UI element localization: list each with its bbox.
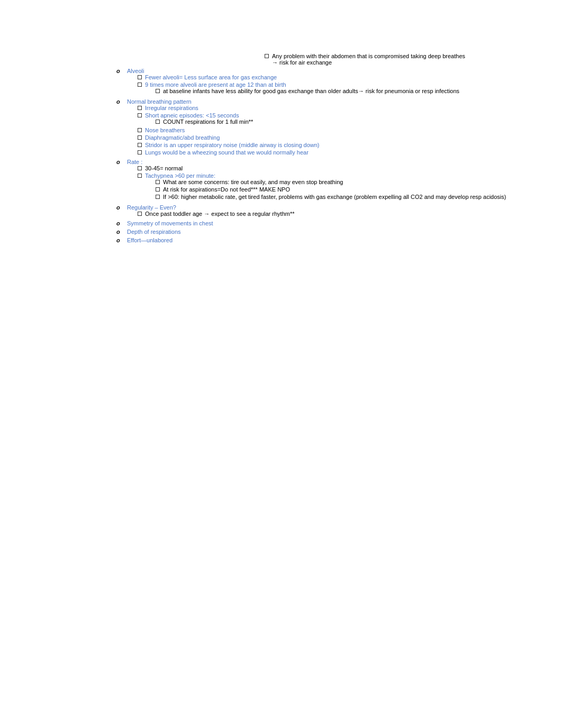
- rate-grandchild-1-text: What are some concerns: tire out easily,…: [163, 179, 530, 185]
- bullet-o: o: [116, 98, 127, 105]
- symmetry-label: Symmetry of movements in chest: [127, 220, 213, 226]
- list-item-effort: o Effort—unlabored: [116, 237, 530, 243]
- nb-child-1-text: Irregular respirations: [145, 105, 530, 111]
- bullet-icon: [138, 212, 142, 216]
- regularity-label: Regularity – Even?: [127, 204, 176, 211]
- nb-child-2-text: Short apneic episodes: <15 seconds: [145, 112, 239, 119]
- bullet-icon: [156, 180, 160, 184]
- alveoli-child-1: Fewer alveoli= Less surface area for gas…: [138, 74, 530, 80]
- list-item-rate: o Rate : 30-45= normal Tachypnea >60 per…: [116, 159, 530, 202]
- nb-child-3-text: Nose breathers: [145, 127, 530, 133]
- bullet-icon: [138, 83, 142, 87]
- bullet-icon: [265, 54, 269, 58]
- bullet-icon: [156, 195, 160, 199]
- bullet-icon: [138, 75, 142, 79]
- alveoli-child-2: 9 times more alveoli are present at age …: [138, 81, 530, 95]
- rate-grandchild-1: What are some concerns: tire out easily,…: [156, 179, 530, 185]
- nb-child-1: Irregular respirations: [138, 105, 530, 111]
- bullet-o: o: [116, 229, 127, 235]
- nb-grandchild-1: COUNT respirations for 1 full min**: [156, 119, 530, 125]
- rate-grandchild-3-text: If >60: higher metabolic rate, get tired…: [163, 194, 530, 200]
- rate-grandchildren: What are some concerns: tire out easily,…: [156, 179, 530, 200]
- bullet-icon: [138, 106, 142, 110]
- rate-grandchild-2: At risk for aspirations=Do not feed*** M…: [156, 186, 530, 193]
- bullet-icon: [138, 166, 142, 170]
- nb-child-6: Lungs would be a wheezing sound that we …: [138, 149, 530, 156]
- list-item-normal-breathing: o Normal breathing pattern Irregular res…: [116, 98, 530, 157]
- rate-children: 30-45= normal Tachypnea >60 per minute: …: [138, 165, 530, 201]
- depth-label: Depth of respirations: [127, 229, 181, 235]
- alveoli-children: Fewer alveoli= Less surface area for gas…: [138, 74, 530, 95]
- nb-child-2: Short apneic episodes: <15 seconds COUNT…: [138, 112, 530, 126]
- nb-child-3: Nose breathers: [138, 127, 530, 133]
- bullet-icon: [138, 128, 142, 132]
- bullet-icon: [156, 89, 160, 93]
- nb-child-4-text: Diaphragmatic/abd breathing: [145, 134, 530, 141]
- nb-child-5: Stridor is an upper respiratory noise (m…: [138, 142, 530, 148]
- nb-grandchild-1-text: COUNT respirations for 1 full min**: [163, 119, 530, 125]
- bullet-o: o: [116, 220, 127, 226]
- main-list: o Alveoli Fewer alveoli= Less surface ar…: [116, 68, 530, 243]
- alveoli-grandchildren: at baseline infants have less ability fo…: [156, 88, 530, 94]
- bullet-o: o: [116, 237, 127, 243]
- list-item-depth: o Depth of respirations: [116, 229, 530, 235]
- alveoli-grandchild-1-text: at baseline infants have less ability fo…: [163, 88, 530, 94]
- top-bullet-block: Any problem with their abdomen that is c…: [265, 53, 530, 66]
- rate-grandchild-2-text: At risk for aspirations=Do not feed*** M…: [163, 186, 530, 193]
- nb-grandchildren: COUNT respirations for 1 full min**: [156, 119, 530, 125]
- bullet-icon: [138, 150, 142, 154]
- bullet-icon: [138, 135, 142, 140]
- rate-grandchild-3: If >60: higher metabolic rate, get tired…: [156, 194, 530, 200]
- normal-breathing-children: Irregular respirations Short apneic epis…: [138, 105, 530, 156]
- list-item-regularity: o Regularity – Even? Once past toddler a…: [116, 204, 530, 218]
- bullet-o: o: [116, 68, 127, 74]
- bullet-icon: [138, 174, 142, 178]
- rate-child-2-text: Tachypnea >60 per minute:: [145, 172, 215, 179]
- list-item-symmetry: o Symmetry of movements in chest: [116, 220, 530, 226]
- rate-child-2: Tachypnea >60 per minute: What are some …: [138, 172, 530, 201]
- rate-child-1: 30-45= normal: [138, 165, 530, 171]
- alveoli-child-1-text: Fewer alveoli= Less surface area for gas…: [145, 74, 530, 80]
- bullet-icon: [138, 113, 142, 117]
- rate-label: Rate :: [127, 159, 142, 165]
- bullet-icon: [138, 143, 142, 147]
- effort-label: Effort—unlabored: [127, 237, 173, 243]
- nb-child-4: Diaphragmatic/abd breathing: [138, 134, 530, 141]
- bullet-icon: [156, 120, 160, 124]
- nb-child-5-text: Stridor is an upper respiratory noise (m…: [145, 142, 530, 148]
- bullet-o: o: [116, 204, 127, 211]
- top-bullet-text: Any problem with their abdomen that is c…: [272, 53, 530, 66]
- bullet-icon: [156, 187, 160, 192]
- normal-breathing-label: Normal breathing pattern: [127, 98, 192, 105]
- alveoli-grandchild-1: at baseline infants have less ability fo…: [156, 88, 530, 94]
- regularity-children: Once past toddler age → expect to see a …: [138, 211, 530, 217]
- regularity-child-1-text: Once past toddler age → expect to see a …: [145, 211, 530, 217]
- list-item-alveoli: o Alveoli Fewer alveoli= Less surface ar…: [116, 68, 530, 96]
- nb-child-6-text: Lungs would be a wheezing sound that we …: [145, 149, 530, 156]
- alveoli-label: Alveoli: [127, 68, 144, 74]
- regularity-child-1: Once past toddler age → expect to see a …: [138, 211, 530, 217]
- alveoli-child-2-text: 9 times more alveoli are present at age …: [145, 81, 286, 88]
- bullet-o: o: [116, 159, 127, 165]
- main-content: Any problem with their abdomen that is c…: [11, 11, 551, 267]
- rate-child-1-text: 30-45= normal: [145, 165, 530, 171]
